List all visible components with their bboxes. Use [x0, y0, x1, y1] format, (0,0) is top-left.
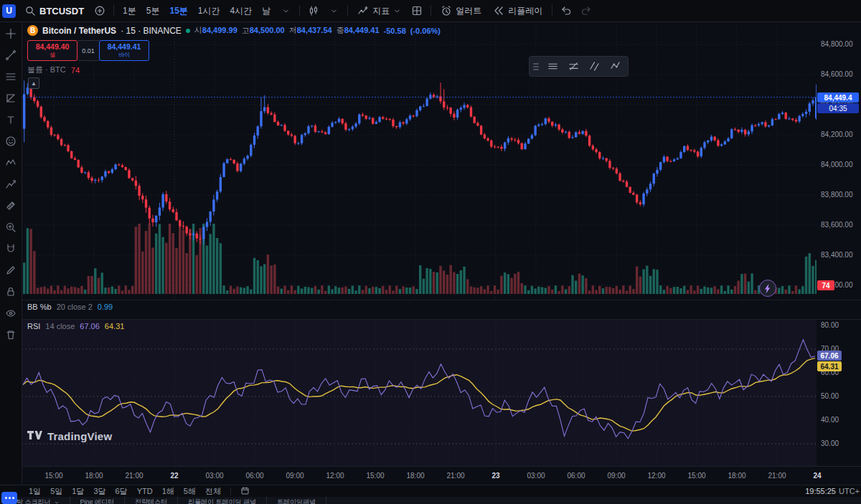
pane-divider[interactable]	[22, 319, 861, 320]
tab-label: 전략테스터	[135, 498, 167, 504]
chart-style-button[interactable]	[304, 2, 323, 19]
price-axis[interactable]: 84,800.0084,600.0084,400.0084,200.0084,0…	[817, 22, 861, 485]
buy-button[interactable]: 84,449.41 바이	[99, 40, 149, 61]
line-style-button[interactable]	[543, 59, 562, 74]
app-logo[interactable]: U	[2, 4, 16, 18]
compare-add-button[interactable]	[90, 2, 109, 19]
session-clock[interactable]: 19:55:25 UTC+	[805, 487, 860, 495]
tab-label: 트레이딩패널	[277, 498, 316, 504]
boost-button[interactable]	[759, 280, 776, 297]
spread-value: 0.01	[77, 40, 99, 61]
tab-strategy-tester[interactable]: 전략테스터	[125, 497, 178, 504]
forecast-icon[interactable]	[1, 176, 20, 191]
zigzag-pattern-icon[interactable]	[1, 155, 20, 170]
symbol-meta: · 15 · BINANCE	[121, 26, 182, 36]
range-6m[interactable]: 6달	[116, 486, 128, 497]
market-status-icon	[186, 29, 190, 33]
text-icon[interactable]	[1, 112, 20, 127]
time-axis-label: 12:00	[647, 472, 665, 480]
trend-style-button[interactable]	[564, 59, 583, 74]
undo-button[interactable]	[557, 2, 575, 19]
price-change: -50.58	[384, 27, 406, 35]
time-axis-label: 15:00	[687, 472, 705, 480]
go-to-date-button[interactable]	[240, 486, 250, 497]
interval-1d[interactable]: 날	[258, 2, 275, 19]
tab-trading-panel[interactable]: 트레이딩패널	[267, 497, 326, 504]
time-axis-label: 18:00	[406, 472, 424, 480]
interval-5m[interactable]: 5분	[142, 2, 164, 19]
volume-badge: 74	[817, 280, 834, 290]
rsi-axis-label: 40.00	[821, 417, 839, 424]
pane-divider[interactable]	[22, 300, 861, 300]
tab-pine-editor[interactable]: Pine 에디터	[70, 497, 126, 504]
time-axis-label: 03:00	[205, 472, 223, 480]
gann-pattern-icon[interactable]	[1, 90, 20, 105]
range-ytd[interactable]: YTD	[137, 487, 153, 495]
indicators-icon	[357, 5, 369, 16]
chevron-down-icon	[393, 7, 401, 15]
toolbar-separator	[430, 5, 431, 16]
eye-icon[interactable]	[1, 305, 20, 320]
ohlc-values: 시84,499.99 고84,500.00 저84,437.54 종84,449…	[194, 25, 441, 36]
range-5y[interactable]: 5해	[184, 486, 196, 497]
trash-icon[interactable]	[1, 327, 20, 342]
trend-line-icon[interactable]	[1, 47, 20, 62]
emoji-icon[interactable]	[1, 133, 20, 148]
range-1d[interactable]: 1일	[29, 486, 41, 497]
interval-menu-button[interactable]	[276, 2, 295, 19]
bb-params: 20 close 2	[57, 303, 93, 311]
measure-icon[interactable]	[1, 198, 20, 213]
interval-15m[interactable]: 15분	[165, 2, 192, 19]
time-axis-label: 21:00	[768, 472, 786, 480]
price-axis-label: 84,600.00	[821, 71, 853, 78]
rsi-axis-label: 80.00	[821, 322, 839, 329]
time-axis-label: 23	[491, 472, 499, 480]
layout-templates-button[interactable]	[408, 2, 426, 19]
pattern-style-button[interactable]	[606, 59, 624, 74]
tradingview-logo-icon	[27, 431, 42, 442]
pane-collapse-button[interactable]: ▲	[28, 77, 39, 89]
redo-button[interactable]	[577, 2, 596, 19]
rsi-indicator-legend[interactable]: RSI 14 close 67.06 64.31	[27, 322, 124, 331]
top-toolbar: U BTCUSDT 1분 5분 15분 1시간 4시간 날 지표	[0, 0, 861, 22]
bitcoin-logo-icon: B	[27, 25, 38, 36]
crosshair-icon[interactable]	[1, 26, 20, 41]
support-chat-button[interactable]	[1, 492, 17, 504]
interval-4h[interactable]: 4시간	[226, 2, 257, 19]
search-icon	[24, 5, 36, 16]
time-axis[interactable]: 15:0018:0021:002203:0006:0009:0012:0015:…	[22, 466, 861, 485]
tab-replay-trading-panel[interactable]: 리플레이 트레이딩 패널	[178, 497, 267, 504]
toolbar-separator	[113, 5, 114, 16]
range-3m[interactable]: 3달	[93, 486, 105, 497]
watermark-text: TradingView	[47, 430, 112, 442]
lightning-icon	[764, 284, 772, 293]
chevron-down-icon	[54, 500, 60, 504]
pencil-icon[interactable]	[1, 262, 20, 277]
zoom-in-icon[interactable]	[1, 219, 20, 234]
interval-1m[interactable]: 1분	[118, 2, 141, 19]
sell-button[interactable]: 84,449.40 셀	[27, 40, 77, 61]
range-all[interactable]: 전체	[205, 486, 221, 497]
lock-icon[interactable]	[1, 284, 20, 299]
price-pane[interactable]	[22, 22, 817, 301]
range-1m[interactable]: 1달	[72, 486, 84, 497]
channel-style-button[interactable]	[585, 59, 603, 74]
chart-style-menu-button[interactable]	[324, 2, 343, 19]
range-5d[interactable]: 5일	[50, 486, 62, 497]
replay-button[interactable]: 리플레이	[488, 2, 547, 19]
symbol-search-button[interactable]: BTCUSDT	[19, 2, 89, 19]
volume-indicator-legend[interactable]: 볼륨 · BTC 74	[27, 65, 80, 75]
symbol-legend[interactable]: B Bitcoin / TetherUS · 15 · BINANCE 시84,…	[27, 25, 441, 36]
rsi-pane[interactable]	[22, 320, 817, 466]
lines-diagonal-icon	[568, 61, 579, 72]
time-axis-label: 22	[170, 472, 178, 480]
alert-button[interactable]: 얼러트	[436, 2, 486, 19]
price-axis-label: 84,200.00	[821, 131, 853, 138]
interval-1h[interactable]: 1시간	[194, 2, 225, 19]
bb-indicator-legend[interactable]: BB %b 20 close 2 0.99	[27, 303, 113, 311]
fib-retracement-icon[interactable]	[1, 69, 20, 84]
indicators-button[interactable]: 지표	[352, 2, 406, 19]
range-1y[interactable]: 1해	[162, 486, 174, 497]
magnet-icon[interactable]	[1, 241, 20, 256]
drag-handle[interactable]	[533, 63, 539, 70]
